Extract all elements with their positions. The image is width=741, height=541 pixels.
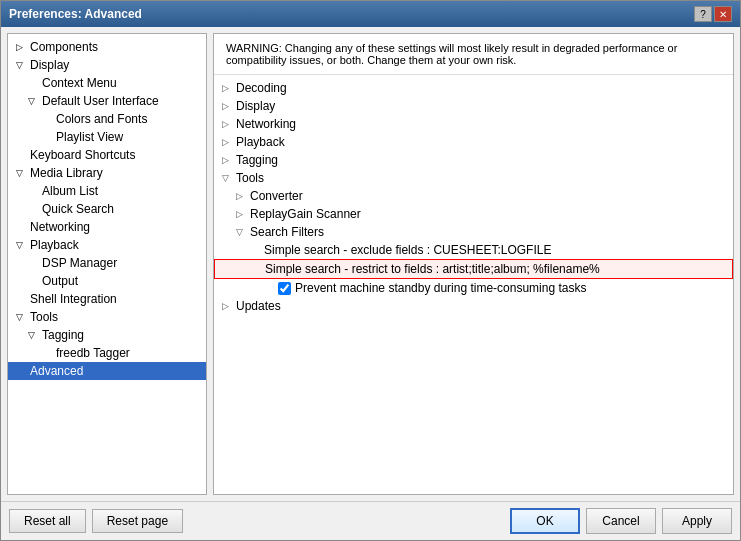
tree-expand-icon: ▽ <box>222 173 236 183</box>
sidebar-item-keyboard-shortcuts[interactable]: Keyboard Shortcuts <box>8 146 206 164</box>
tree-node-converter[interactable]: ▷Converter <box>214 187 733 205</box>
sidebar-label: Display <box>30 58 69 72</box>
sidebar-label: Playback <box>30 238 79 252</box>
sidebar-item-default-ui[interactable]: ▽Default User Interface <box>8 92 206 110</box>
title-bar-buttons: ? ✕ <box>694 6 732 22</box>
tree-expand-icon: ▷ <box>236 209 250 219</box>
sidebar-label: Default User Interface <box>42 94 159 108</box>
node-label: Prevent machine standby during time-cons… <box>295 281 586 295</box>
left-buttons: Reset all Reset page <box>9 509 183 533</box>
tree-node-prevent-standby[interactable]: Prevent machine standby during time-cons… <box>214 279 733 297</box>
tree-arrow-icon: ▽ <box>16 240 26 250</box>
sidebar-label: Shell Integration <box>30 292 117 306</box>
sidebar-item-playback[interactable]: ▽Playback <box>8 236 206 254</box>
tree-node-networking[interactable]: ▷Networking <box>214 115 733 133</box>
tree-expand-icon: ▷ <box>222 101 236 111</box>
tree-node-simple-search-exclude[interactable]: Simple search - exclude fields : CUESHEE… <box>214 241 733 259</box>
right-buttons: OK Cancel Apply <box>510 508 732 534</box>
tree-node-search-filters[interactable]: ▽Search Filters <box>214 223 733 241</box>
sidebar-item-colors-fonts[interactable]: Colors and Fonts <box>8 110 206 128</box>
close-button[interactable]: ✕ <box>714 6 732 22</box>
ok-button[interactable]: OK <box>510 508 580 534</box>
content-area: ▷Components▽DisplayContext Menu▽Default … <box>1 27 740 501</box>
sidebar-label: Quick Search <box>42 202 114 216</box>
sidebar-label: Colors and Fonts <box>56 112 147 126</box>
node-label: Networking <box>236 117 296 131</box>
preferences-window: Preferences: Advanced ? ✕ ▷Components▽Di… <box>0 0 741 541</box>
tree-node-tagging[interactable]: ▷Tagging <box>214 151 733 169</box>
reset-page-button[interactable]: Reset page <box>92 509 183 533</box>
sidebar-item-components[interactable]: ▷Components <box>8 38 206 56</box>
sidebar-label: Keyboard Shortcuts <box>30 148 135 162</box>
sidebar-label: Tools <box>30 310 58 324</box>
sidebar-item-tools[interactable]: ▽Tools <box>8 308 206 326</box>
node-label: Simple search - exclude fields : CUESHEE… <box>264 243 551 257</box>
tree-node-updates[interactable]: ▷Updates <box>214 297 733 315</box>
cancel-button[interactable]: Cancel <box>586 508 656 534</box>
bottom-bar: Reset all Reset page OK Cancel Apply <box>1 501 740 540</box>
sidebar-label: Tagging <box>42 328 84 342</box>
node-label: Search Filters <box>250 225 324 239</box>
tree-expand-icon: ▷ <box>222 119 236 129</box>
sidebar-label: Media Library <box>30 166 103 180</box>
tree-node-playback[interactable]: ▷Playback <box>214 133 733 151</box>
tree-expand-icon: ▷ <box>222 83 236 93</box>
sidebar-item-networking[interactable]: Networking <box>8 218 206 236</box>
sidebar-item-display[interactable]: ▽Display <box>8 56 206 74</box>
tree-arrow-icon: ▷ <box>16 42 26 52</box>
reset-all-button[interactable]: Reset all <box>9 509 86 533</box>
sidebar-label: Album List <box>42 184 98 198</box>
warning-text: WARNING: Changing any of these settings … <box>214 34 733 75</box>
sidebar-label: Networking <box>30 220 90 234</box>
sidebar-label: Playlist View <box>56 130 123 144</box>
help-button[interactable]: ? <box>694 6 712 22</box>
tree-arrow-icon: ▽ <box>28 330 38 340</box>
sidebar-label: Context Menu <box>42 76 117 90</box>
apply-button[interactable]: Apply <box>662 508 732 534</box>
tree-arrow-icon: ▽ <box>16 312 26 322</box>
sidebar-label: Output <box>42 274 78 288</box>
sidebar-item-album-list[interactable]: Album List <box>8 182 206 200</box>
sidebar-item-dsp-manager[interactable]: DSP Manager <box>8 254 206 272</box>
sidebar: ▷Components▽DisplayContext Menu▽Default … <box>7 33 207 495</box>
sidebar-item-shell-integration[interactable]: Shell Integration <box>8 290 206 308</box>
node-label: Updates <box>236 299 281 313</box>
sidebar-item-playlist-view[interactable]: Playlist View <box>8 128 206 146</box>
window-title: Preferences: Advanced <box>9 7 142 21</box>
sidebar-label: Components <box>30 40 98 54</box>
node-label: Decoding <box>236 81 287 95</box>
tree-arrow-icon: ▽ <box>16 168 26 178</box>
tree-expand-icon: ▷ <box>222 155 236 165</box>
main-panel: WARNING: Changing any of these settings … <box>213 33 734 495</box>
tree-node-decoding[interactable]: ▷Decoding <box>214 79 733 97</box>
title-bar: Preferences: Advanced ? ✕ <box>1 1 740 27</box>
tree-node-replaygain-scanner[interactable]: ▷ReplayGain Scanner <box>214 205 733 223</box>
tree-arrow-icon: ▽ <box>16 60 26 70</box>
node-label: Tools <box>236 171 264 185</box>
node-label: Tagging <box>236 153 278 167</box>
sidebar-item-media-library[interactable]: ▽Media Library <box>8 164 206 182</box>
sidebar-label: freedb Tagger <box>56 346 130 360</box>
node-label: Display <box>236 99 275 113</box>
node-label: ReplayGain Scanner <box>250 207 361 221</box>
tree-node-simple-search-restrict[interactable]: Simple search - restrict to fields : art… <box>214 259 733 279</box>
tree-content: ▷Decoding▷Display▷Networking▷Playback▷Ta… <box>214 75 733 494</box>
tree-node-tools[interactable]: ▽Tools <box>214 169 733 187</box>
tree-expand-icon: ▷ <box>222 137 236 147</box>
sidebar-item-output[interactable]: Output <box>8 272 206 290</box>
sidebar-label: Advanced <box>30 364 83 378</box>
tree-expand-icon: ▷ <box>222 301 236 311</box>
tree-arrow-icon: ▽ <box>28 96 38 106</box>
tree-expand-icon: ▽ <box>236 227 250 237</box>
tree-node-display[interactable]: ▷Display <box>214 97 733 115</box>
sidebar-item-quick-search[interactable]: Quick Search <box>8 200 206 218</box>
tree-expand-icon: ▷ <box>236 191 250 201</box>
sidebar-item-advanced[interactable]: Advanced <box>8 362 206 380</box>
sidebar-item-context-menu[interactable]: Context Menu <box>8 74 206 92</box>
sidebar-item-tagging[interactable]: ▽Tagging <box>8 326 206 344</box>
sidebar-item-freedb-tagger[interactable]: freedb Tagger <box>8 344 206 362</box>
node-label: Simple search - restrict to fields : art… <box>265 262 600 276</box>
checkbox-prevent-standby[interactable] <box>278 282 291 295</box>
sidebar-label: DSP Manager <box>42 256 117 270</box>
node-label: Converter <box>250 189 303 203</box>
